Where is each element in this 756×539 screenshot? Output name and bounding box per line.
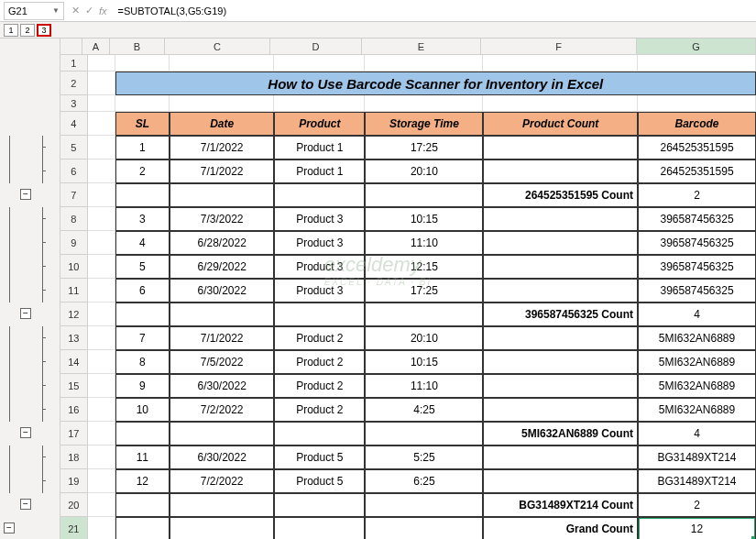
cell[interactable] (483, 398, 638, 422)
cell[interactable] (170, 422, 274, 446)
cell[interactable] (115, 302, 170, 326)
cell[interactable]: 11:10 (365, 374, 483, 398)
cell[interactable]: BG31489XT214 (638, 446, 756, 469)
table-header-sl[interactable]: SL (115, 112, 170, 136)
cell[interactable] (483, 136, 638, 160)
cell[interactable]: Product 1 (274, 160, 365, 183)
cell[interactable] (483, 374, 638, 398)
cell[interactable]: 2 (638, 183, 756, 207)
cell[interactable]: 396587456325 (638, 207, 756, 231)
cell[interactable]: 17:25 (365, 279, 483, 302)
cell[interactable]: 11:10 (365, 231, 483, 255)
cell[interactable] (365, 422, 483, 446)
cell[interactable]: Product 5 (274, 446, 365, 469)
cell[interactable] (483, 469, 638, 493)
cell[interactable]: 5MI632AN6889 (638, 398, 756, 422)
cell[interactable] (365, 302, 483, 326)
cell[interactable]: 7/1/2022 (170, 136, 274, 160)
cell[interactable] (365, 517, 483, 539)
cell[interactable] (170, 183, 274, 207)
cell[interactable]: 8 (115, 350, 170, 374)
col-header-F[interactable]: F (481, 38, 637, 54)
cell[interactable]: 396587456325 (638, 279, 756, 302)
cell[interactable]: 264525351595 (638, 160, 756, 183)
accept-icon[interactable]: ✓ (85, 5, 93, 16)
cell[interactable]: 4:25 (365, 398, 483, 422)
cell[interactable]: 5:25 (365, 446, 483, 469)
cell[interactable]: 264525351595 (638, 136, 756, 160)
cell[interactable]: Product 2 (274, 350, 365, 374)
cell[interactable] (274, 517, 365, 539)
cell[interactable]: 7/2/2022 (170, 398, 274, 422)
page-title[interactable]: How to Use Barcode Scanner for Inventory… (115, 72, 756, 95)
cell[interactable]: 7/1/2022 (170, 160, 274, 183)
cell[interactable] (483, 160, 638, 183)
col-header-A[interactable]: A (82, 38, 110, 54)
cell[interactable]: 4 (638, 302, 756, 326)
row-header[interactable]: 16 (60, 398, 88, 422)
cell[interactable] (365, 183, 483, 207)
table-header-count[interactable]: Product Count (483, 112, 638, 136)
row-header[interactable]: 20 (60, 493, 88, 517)
fx-icon[interactable]: fx (99, 6, 107, 16)
row-header[interactable]: 10 (60, 255, 88, 279)
cell[interactable]: Product 1 (274, 136, 365, 160)
cell[interactable]: 396587456325 (638, 231, 756, 255)
cell[interactable]: 6/30/2022 (170, 374, 274, 398)
cell[interactable]: 4 (115, 231, 170, 255)
cell[interactable]: 12 (638, 517, 756, 539)
cell[interactable]: 5 (115, 255, 170, 279)
formula-input[interactable] (115, 2, 756, 20)
cell[interactable]: Product 2 (274, 398, 365, 422)
cell[interactable]: 12 (115, 469, 170, 493)
cell[interactable]: 264525351595 Count (483, 183, 638, 207)
cell[interactable]: Product 3 (274, 231, 365, 255)
col-header-E[interactable]: E (362, 38, 481, 54)
cell[interactable]: 6/29/2022 (170, 255, 274, 279)
cell[interactable]: 396587456325 (638, 255, 756, 279)
cell[interactable]: 7/1/2022 (170, 326, 274, 350)
row-header[interactable]: 5 (60, 136, 88, 160)
cell[interactable]: 5MI632AN6889 (638, 350, 756, 374)
cell[interactable]: 12:15 (365, 255, 483, 279)
cell[interactable]: Product 3 (274, 279, 365, 302)
cell[interactable] (483, 446, 638, 469)
cell[interactable]: 7/5/2022 (170, 350, 274, 374)
cell[interactable]: Product 2 (274, 326, 365, 350)
col-header-D[interactable]: D (270, 38, 362, 54)
table-header-storage[interactable]: Storage Time (365, 112, 483, 136)
outline-collapse-icon[interactable]: − (4, 522, 15, 534)
row-header[interactable]: 14 (60, 350, 88, 374)
cell[interactable]: 11 (115, 446, 170, 469)
row-header[interactable]: 21 (60, 517, 88, 539)
row-header[interactable]: 3 (60, 95, 88, 112)
cell[interactable]: 4 (638, 422, 756, 446)
cell[interactable]: 6/30/2022 (170, 446, 274, 469)
cell[interactable] (483, 255, 638, 279)
row-header[interactable]: 17 (60, 422, 88, 446)
outline-collapse-icon[interactable]: − (20, 308, 31, 319)
row-header[interactable]: 12 (60, 302, 88, 326)
cell[interactable] (274, 422, 365, 446)
cell[interactable]: 6/30/2022 (170, 279, 274, 302)
cell[interactable]: 3 (115, 207, 170, 231)
cell[interactable]: 17:25 (365, 136, 483, 160)
chevron-down-icon[interactable]: ▼ (52, 6, 60, 15)
cell[interactable]: 7 (115, 326, 170, 350)
cell[interactable] (115, 493, 170, 517)
cell[interactable] (170, 517, 274, 539)
col-header-G[interactable]: G (637, 38, 756, 54)
row-header[interactable]: 1 (60, 55, 88, 72)
cell[interactable]: Product 3 (274, 255, 365, 279)
cell[interactable]: 396587456325 Count (483, 302, 638, 326)
cell[interactable]: Grand Count (483, 517, 638, 539)
cell[interactable]: 2 (638, 493, 756, 517)
cell[interactable]: 7/3/2022 (170, 207, 274, 231)
cell[interactable] (483, 279, 638, 302)
cell[interactable]: Product 2 (274, 374, 365, 398)
cell[interactable] (115, 183, 170, 207)
outline-level-1[interactable]: 1 (4, 24, 18, 37)
row-header[interactable]: 6 (60, 160, 88, 183)
cell[interactable]: 5MI632AN6889 (638, 374, 756, 398)
cell[interactable] (274, 493, 365, 517)
